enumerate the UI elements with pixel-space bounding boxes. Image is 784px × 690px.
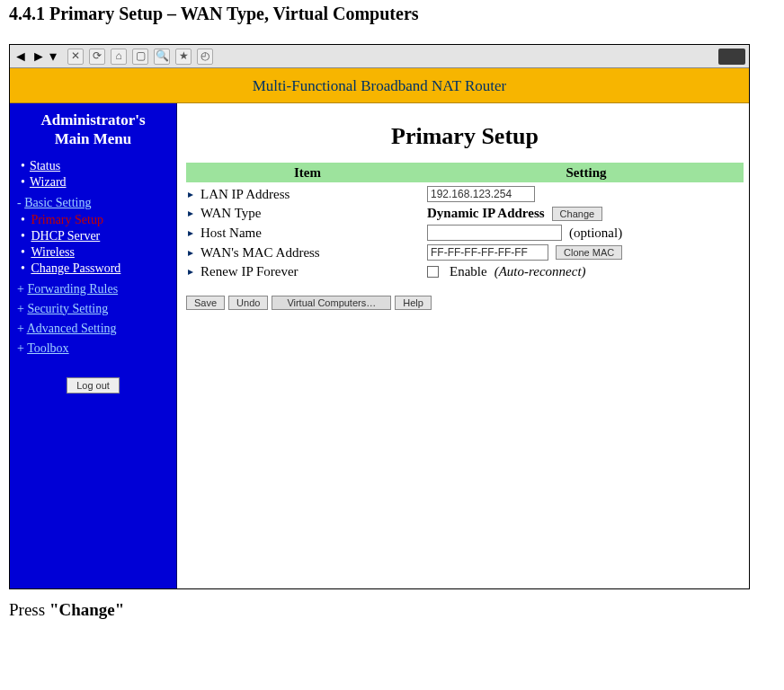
main-content: Primary Setup Item Setting LAN IP Addres…: [177, 103, 749, 588]
footer-prefix: Press: [9, 600, 49, 619]
sidebar-group-forwarding-rules[interactable]: Forwarding Rules: [17, 282, 169, 296]
label-host-name: Host Name: [200, 226, 262, 241]
row-host-name: Host Name (optional): [186, 223, 744, 243]
sidebar-title-line2: Main Menu: [55, 130, 131, 147]
footer-bold: "Change": [49, 600, 124, 619]
sidebar-item-change-password[interactable]: Change Password: [17, 261, 169, 277]
input-wan-mac[interactable]: [427, 244, 548, 261]
sidebar-item-dhcp-server[interactable]: DHCP Server: [17, 228, 169, 244]
back-icon[interactable]: ◄: [13, 49, 26, 65]
sidebar-item-wireless[interactable]: Wireless: [17, 244, 169, 261]
admin-sidebar: Administrator's Main Menu Status Wizard …: [10, 103, 177, 588]
sidebar-link-change-password[interactable]: Change Password: [31, 261, 120, 275]
sidebar-link-status[interactable]: Status: [30, 159, 60, 172]
save-button[interactable]: Save: [186, 296, 225, 310]
change-button[interactable]: Change: [552, 207, 603, 221]
sidebar-title: Administrator's Main Menu: [17, 111, 169, 149]
history-icon[interactable]: ◴: [197, 49, 213, 65]
home-icon[interactable]: ⌂: [111, 49, 127, 65]
label-wan-mac: WAN's MAC Address: [200, 245, 320, 261]
renew-autoreconnect-note: (Auto-reconnect): [494, 264, 586, 279]
router-admin-screenshot: ◄ ► ▾ ✕ ⟳ ⌂ ▢ 🔍 ★ ◴ Multi-Functional Bro…: [9, 44, 750, 589]
forward-icon[interactable]: ►: [31, 49, 44, 65]
clone-mac-button[interactable]: Clone MAC: [556, 245, 622, 260]
sidebar-group-toolbox-label[interactable]: Toolbox: [27, 341, 68, 355]
browser-toolbar: ◄ ► ▾ ✕ ⟳ ⌂ ▢ 🔍 ★ ◴: [10, 45, 749, 68]
sidebar-group-forwarding-rules-label[interactable]: Forwarding Rules: [27, 282, 118, 296]
refresh-icon[interactable]: ⟳: [89, 49, 105, 65]
column-header-setting: Setting: [429, 165, 744, 181]
value-wan-type: Dynamic IP Address: [427, 206, 545, 221]
column-headers: Item Setting: [186, 163, 744, 182]
help-button[interactable]: Help: [395, 296, 432, 310]
row-renew-ip: Renew IP Forever Enable (Auto-reconnect): [186, 262, 744, 281]
input-lan-ip[interactable]: [427, 186, 535, 202]
sidebar-item-status[interactable]: Status: [17, 158, 169, 174]
search-icon[interactable]: 🔍: [154, 49, 170, 65]
virtual-computers-button[interactable]: Virtual Computers…: [272, 296, 391, 310]
sidebar-group-security-setting[interactable]: Security Setting: [17, 302, 169, 316]
host-name-optional-note: (optional): [569, 226, 622, 241]
favorites-icon[interactable]: ★: [175, 49, 192, 65]
sidebar-group-advanced-setting-label[interactable]: Advanced Setting: [27, 322, 117, 335]
sidebar-link-wizard[interactable]: Wizard: [30, 175, 67, 189]
row-wan-mac: WAN's MAC Address Clone MAC: [186, 243, 744, 262]
sidebar-group-basic-setting-label[interactable]: Basic Setting: [24, 196, 91, 209]
undo-button[interactable]: Undo: [228, 296, 268, 310]
dropdown-icon[interactable]: ▾: [49, 48, 62, 65]
section-heading: 4.4.1 Primary Setup – WAN Type, Virtual …: [9, 4, 775, 24]
sidebar-group-security-setting-label[interactable]: Security Setting: [27, 302, 108, 315]
banner-title: Multi-Functional Broadband NAT Router: [10, 68, 749, 103]
checkbox-label-enable: Enable: [450, 264, 487, 279]
column-header-item: Item: [186, 165, 429, 181]
sidebar-link-wireless[interactable]: Wireless: [31, 245, 74, 259]
input-host-name[interactable]: [427, 225, 562, 241]
sidebar-item-primary-setup[interactable]: Primary Setup: [17, 212, 169, 228]
row-lan-ip: LAN IP Address: [186, 184, 744, 204]
label-wan-type: WAN Type: [200, 206, 261, 221]
sidebar-link-primary-setup[interactable]: Primary Setup: [31, 213, 103, 226]
label-renew-ip: Renew IP Forever: [200, 264, 298, 279]
footer-instruction: Press "Change": [9, 600, 775, 620]
sidebar-group-basic-setting[interactable]: Basic Setting: [17, 196, 169, 210]
checkbox-renew-enable[interactable]: [427, 266, 439, 278]
bottom-button-row: Save Undo Virtual Computers… Help: [186, 296, 744, 310]
label-lan-ip: LAN IP Address: [200, 187, 290, 202]
logout-button[interactable]: Log out: [67, 377, 120, 394]
sidebar-link-dhcp-server[interactable]: DHCP Server: [31, 229, 100, 243]
blank-icon: ▢: [132, 49, 148, 65]
page-title: Primary Setup: [186, 123, 744, 150]
sidebar-title-line1: Administrator's: [40, 111, 145, 128]
row-wan-type: WAN Type Dynamic IP Address Change: [186, 204, 744, 223]
stop-icon[interactable]: ✕: [67, 49, 84, 65]
sidebar-group-toolbox[interactable]: Toolbox: [17, 341, 169, 356]
toolbar-right-logo: [718, 49, 745, 65]
sidebar-group-advanced-setting[interactable]: Advanced Setting: [17, 322, 169, 336]
sidebar-item-wizard[interactable]: Wizard: [17, 174, 169, 190]
